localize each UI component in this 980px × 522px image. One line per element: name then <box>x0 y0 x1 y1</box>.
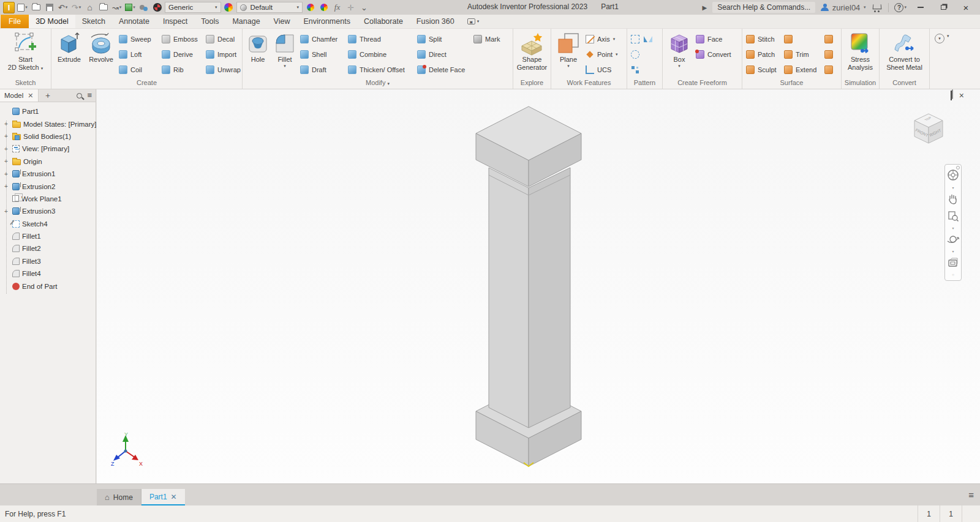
qat-customize-button[interactable]: ⌄ <box>358 1 370 13</box>
ribbon-small-button[interactable]: Face <box>694 31 738 47</box>
tree-expander[interactable]: + <box>2 208 10 215</box>
qat-add-button[interactable]: ✛ <box>345 1 356 13</box>
pan-button[interactable] <box>947 193 959 207</box>
dropdown-caret-icon[interactable]: ▾ <box>952 250 954 253</box>
tree-item[interactable]: Sketch4 <box>0 218 96 230</box>
minimize-button[interactable] <box>912 1 929 13</box>
group-label-sketch[interactable]: Sketch <box>0 78 51 89</box>
group-label-explore[interactable]: Explore <box>513 78 551 89</box>
model-column[interactable] <box>97 89 980 483</box>
group-label-simulation[interactable]: Simulation <box>842 78 879 89</box>
shape-generator-button[interactable]: Shape Generator <box>514 29 550 71</box>
ribbon-tab[interactable]: Manage <box>225 15 266 28</box>
orbit-button[interactable] <box>946 233 960 247</box>
ribbon-small-button[interactable]: Stitch <box>744 31 782 47</box>
document-tab-part1[interactable]: Part1✕ <box>141 489 185 505</box>
ribbon-small-button[interactable]: Delete Face <box>415 62 472 77</box>
close-icon[interactable]: ✕ <box>28 92 33 100</box>
ribbon-small-button[interactable]: Rib <box>160 62 204 77</box>
ribbon-small-button[interactable]: Shell <box>298 47 346 62</box>
ribbon-small-button[interactable]: Derive <box>160 47 204 62</box>
ribbon-small-button[interactable]: Draft <box>298 62 346 77</box>
ribbon-small-button[interactable]: Direct <box>415 47 472 62</box>
hole-button[interactable]: Hole <box>244 29 271 64</box>
app-store-button[interactable] <box>871 1 883 13</box>
navbar-options-icon[interactable] <box>956 166 960 170</box>
ribbon-small-button[interactable]: Emboss <box>160 31 204 47</box>
ribbon-small-button[interactable]: Sculpt <box>744 62 782 77</box>
tree-item[interactable]: + Extrusion1 <box>0 168 96 180</box>
tree-item[interactable]: + Origin <box>0 155 96 168</box>
user-account-button[interactable]: zuriel04 ▾ <box>821 1 865 13</box>
tree-expander[interactable]: + <box>2 158 10 165</box>
ribbon-small-button[interactable]: Extend <box>782 62 823 77</box>
tree-expander[interactable]: + <box>2 183 10 190</box>
tree-item[interactable]: + Extrusion2 <box>0 180 96 192</box>
tree-item[interactable]: Work Plane1 <box>0 193 96 205</box>
search-input[interactable]: Search Help & Commands... <box>712 2 815 13</box>
tree-expander[interactable]: + <box>2 133 10 140</box>
ribbon-tab[interactable]: View <box>267 15 297 28</box>
ribbon-small-button[interactable]: Combine <box>346 47 415 62</box>
ribbon-tab[interactable]: Annotate <box>112 15 156 28</box>
dropdown-caret-icon[interactable]: ▾ <box>952 187 954 190</box>
zoom-button[interactable] <box>947 210 959 224</box>
close-button[interactable]: × <box>957 1 974 13</box>
tree-item[interactable]: Part1 <box>0 105 96 117</box>
material-button[interactable]: ▾ <box>124 1 136 13</box>
pattern-button[interactable] <box>629 62 642 77</box>
stress-analysis-button[interactable]: Stress Analysis <box>843 29 878 71</box>
ribbon-small-button[interactable]: Patch <box>744 47 782 62</box>
ribbon-small-button[interactable] <box>823 47 835 62</box>
viewport-3d[interactable]: × TOP FRONT RIGHT ▾ ▾ ▾ ○ <box>97 89 980 483</box>
material-select[interactable]: Generic▾ <box>165 2 221 13</box>
tree-item[interactable]: + Model States: [Primary] <box>0 117 96 130</box>
browser-add-tab-button[interactable]: ＋ <box>39 90 58 101</box>
look-at-button[interactable] <box>947 256 959 270</box>
close-icon[interactable]: ✕ <box>171 493 177 501</box>
ribbon-small-button[interactable]: Chamfer <box>298 31 346 47</box>
convert-sheet-metal-button[interactable]: Convert to Sheet Metal <box>881 29 928 71</box>
plane-button[interactable]: Plane ▾ <box>553 29 584 69</box>
ribbon-small-button[interactable]: Convert <box>694 47 738 62</box>
group-label-freeform[interactable]: Create Freeform <box>663 78 742 89</box>
appearance-select[interactable]: Default▾ <box>236 2 303 13</box>
undo-button[interactable]: ↶▾ <box>57 1 69 13</box>
color-wheel-button[interactable] <box>223 1 235 13</box>
tab-list-menu-icon[interactable]: ≡ <box>968 490 974 500</box>
doc-restore-button[interactable] <box>951 91 952 100</box>
quick-command-button[interactable]: ↝▾ <box>111 1 123 13</box>
tree-item[interactable]: + View: [Primary] <box>0 143 96 155</box>
help-button[interactable]: ?▾ <box>894 1 907 13</box>
ribbon-small-button[interactable] <box>782 31 823 47</box>
parameters-button[interactable]: fx <box>331 1 343 13</box>
new-file-button[interactable]: ▾ <box>17 1 28 13</box>
ribbon-small-button[interactable]: Loft <box>117 47 160 62</box>
wheel-button[interactable] <box>151 1 163 13</box>
ribbon-tab[interactable]: Collaborate <box>357 15 410 28</box>
adjust-appearance-button[interactable] <box>304 1 316 13</box>
ribbon-tab[interactable]: File <box>1 15 29 28</box>
view-cube[interactable]: TOP FRONT RIGHT <box>909 110 948 152</box>
ribbon-small-button[interactable]: Thread <box>346 31 415 47</box>
ribbon-tab[interactable]: Inspect <box>156 15 194 28</box>
ribbon-small-button[interactable]: UCS <box>584 62 623 77</box>
start-2d-sketch-button[interactable]: Start 2D Sketch ▾ <box>7 29 45 71</box>
mark-button[interactable]: Mark <box>472 31 502 47</box>
redo-button[interactable]: ↷▾ <box>70 1 82 13</box>
ribbon-display-toggle[interactable]: ▣▾ <box>467 15 480 28</box>
tree-item[interactable]: + Solid Bodies(1) <box>0 130 96 143</box>
inventor-logo-icon[interactable]: I <box>3 2 15 13</box>
tree-expander[interactable]: + <box>2 121 10 127</box>
freeform-box-button[interactable]: Box ▾ <box>665 29 694 69</box>
tree-item[interactable]: + Extrusion3 <box>0 205 96 217</box>
pattern-button[interactable] <box>629 31 642 47</box>
save-button[interactable] <box>43 1 55 13</box>
doc-close-button[interactable]: × <box>959 91 964 100</box>
tree-item[interactable]: End of Part <box>0 280 96 292</box>
ribbon-small-button[interactable]: Split <box>415 31 472 47</box>
ribbon-small-button[interactable]: Thicken/ Offset <box>346 62 415 77</box>
open-button[interactable] <box>30 1 42 13</box>
group-label-work-features[interactable]: Work Features <box>551 78 627 89</box>
home-tab[interactable]: ⌂Home <box>97 489 141 505</box>
